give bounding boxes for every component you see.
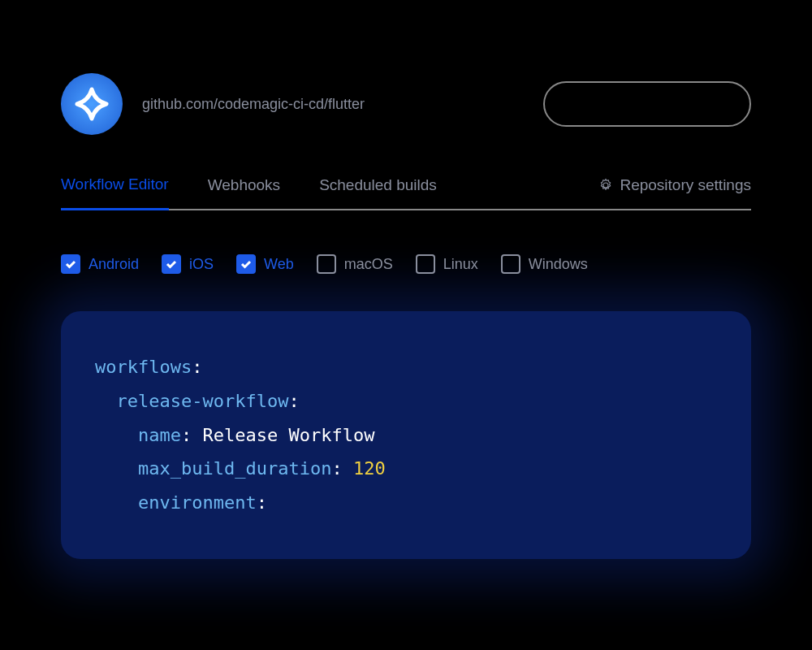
checkbox-macos[interactable]: macOS	[317, 254, 393, 274]
code-line: release-workflow:	[95, 384, 717, 418]
check-icon	[240, 258, 253, 271]
yaml-code-block: workflows: release-workflow: name: Relea…	[61, 311, 751, 559]
code-line: workflows:	[95, 350, 717, 384]
star-icon	[74, 86, 110, 122]
check-icon	[165, 258, 178, 271]
checkbox-box	[61, 254, 80, 274]
code-line: name: Release Workflow	[95, 418, 717, 453]
checkbox-box	[416, 254, 435, 274]
checkbox-box	[317, 254, 336, 274]
gear-icon	[598, 178, 613, 193]
platform-checkboxes: AndroidiOSWebmacOSLinuxWindows	[61, 254, 751, 274]
checkbox-android[interactable]: Android	[61, 254, 139, 274]
code-line: max_build_duration: 120	[95, 452, 717, 486]
checkbox-label: macOS	[344, 256, 393, 273]
header: github.com/codemagic-ci-cd/flutter	[61, 73, 751, 135]
tab-webhooks[interactable]: Webhooks	[208, 176, 280, 209]
checkbox-linux[interactable]: Linux	[416, 254, 478, 274]
repo-url: github.com/codemagic-ci-cd/flutter	[142, 96, 365, 113]
yaml-value: 120	[353, 458, 386, 479]
checkbox-ios[interactable]: iOS	[162, 254, 214, 274]
yaml-key: max_build_duration	[138, 458, 331, 479]
checkbox-label: Windows	[529, 256, 588, 273]
checkbox-box	[236, 254, 256, 274]
checkbox-web[interactable]: Web	[236, 254, 294, 274]
header-left: github.com/codemagic-ci-cd/flutter	[61, 73, 365, 135]
checkbox-label: Web	[264, 256, 294, 273]
check-icon	[64, 258, 77, 271]
code-line: environment:	[95, 486, 717, 520]
yaml-value: Release Workflow	[202, 425, 374, 445]
checkbox-label: Android	[89, 256, 139, 273]
action-button[interactable]	[543, 81, 751, 127]
yaml-key: name	[138, 425, 181, 445]
tab-scheduled-builds[interactable]: Scheduled builds	[319, 176, 437, 209]
tab-repository-settings[interactable]: Repository settings	[598, 176, 751, 209]
checkbox-box	[162, 254, 181, 274]
yaml-key: release-workflow	[117, 391, 289, 411]
checkbox-label: Linux	[443, 256, 478, 273]
yaml-key: environment	[138, 492, 257, 513]
checkbox-box	[501, 254, 520, 274]
checkbox-label: iOS	[189, 256, 214, 273]
tabs: Workflow Editor Webhooks Scheduled build…	[61, 176, 751, 210]
yaml-key: workflows	[95, 357, 192, 377]
checkbox-windows[interactable]: Windows	[501, 254, 588, 274]
settings-label: Repository settings	[620, 176, 751, 194]
tab-workflow-editor[interactable]: Workflow Editor	[61, 176, 169, 210]
codemagic-logo	[61, 73, 123, 135]
